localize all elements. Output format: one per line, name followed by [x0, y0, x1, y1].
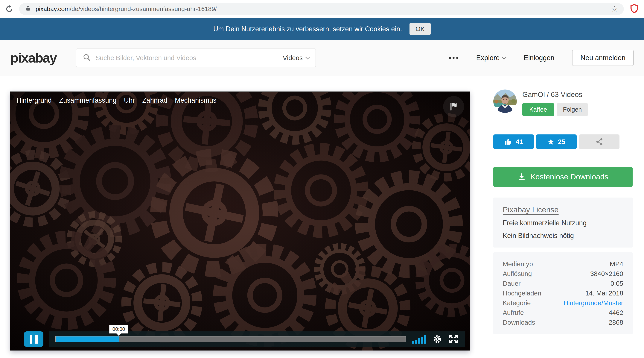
- like-button[interactable]: 41: [493, 134, 534, 149]
- fullscreen-icon[interactable]: [448, 334, 458, 344]
- flag-icon: [448, 101, 459, 112]
- chevron-down-icon: [306, 55, 310, 59]
- detail-label: Dauer: [503, 279, 520, 288]
- video-frame-gears: [10, 91, 470, 350]
- report-flag-button[interactable]: [443, 96, 464, 117]
- actions-row: 41 ★ 25: [493, 134, 632, 149]
- detail-row: Auflösung 3840×2160: [503, 269, 623, 279]
- follow-button[interactable]: Folgen: [557, 103, 588, 116]
- cookie-message: Um Dein Nutzererlebnis zu verbessern, se…: [213, 25, 402, 33]
- progress-fill: [56, 336, 119, 342]
- media-type-label: Videos: [283, 54, 303, 62]
- tag-link[interactable]: Mechanismus: [175, 96, 216, 104]
- license-link[interactable]: Pixabay License: [503, 205, 559, 214]
- settings-gear-icon[interactable]: [432, 334, 442, 344]
- lock-icon: [25, 5, 32, 13]
- site-header: pixabay Videos Explore Einloggen Neu anm…: [0, 40, 644, 76]
- url-domain: pixabay.com: [36, 6, 70, 12]
- detail-label: Downloads: [503, 317, 535, 327]
- search-icon: [83, 53, 91, 62]
- details-card: Medientyp MP4 Auflösung 3840×2160 Dauer …: [493, 252, 632, 334]
- search-box: Videos: [76, 48, 316, 67]
- browser-bar: pixabay.com/de/videos/hintergrund-zusamm…: [0, 0, 644, 18]
- detail-row: Kategorie Hintergründe/Muster: [503, 298, 623, 308]
- cookies-link[interactable]: Cookies: [365, 25, 389, 33]
- video-player[interactable]: Hintergrund Zusammenfassung Uhr Zahnrad …: [10, 91, 470, 350]
- detail-label: Hochgeladen: [503, 288, 541, 298]
- tag-link[interactable]: Zusammenfassung: [59, 96, 116, 104]
- header-nav: Explore Einloggen Neu anmelden: [449, 50, 634, 66]
- detail-label: Kategorie: [503, 298, 531, 308]
- detail-row: Aufrufe 4462: [503, 308, 623, 317]
- detail-value: 3840×2160: [590, 269, 623, 279]
- download-button[interactable]: Kostenlose Downloads: [493, 167, 632, 187]
- pause-button[interactable]: [24, 331, 44, 347]
- detail-value: 14. Mai 2018: [586, 288, 623, 298]
- reload-icon[interactable]: [5, 5, 14, 13]
- video-top-edge: [10, 91, 470, 92]
- cookie-ok-button[interactable]: OK: [410, 23, 431, 35]
- progress-bar[interactable]: 00:00: [56, 336, 406, 342]
- detail-row: Hochgeladen 14. Mai 2018: [503, 288, 623, 298]
- sidebar-divider: [493, 126, 632, 126]
- share-button[interactable]: [579, 134, 620, 149]
- detail-label: Medientyp: [503, 259, 533, 269]
- sidebar: GamOl / 63 Videos Kaffee Folgen 41 ★ 25: [493, 90, 632, 334]
- profile-buttons: Kaffee Folgen: [522, 103, 588, 116]
- detail-value: 2868: [609, 317, 623, 327]
- detail-row: Medientyp MP4: [503, 259, 623, 269]
- video-tags: Hintergrund Zusammenfassung Uhr Zahnrad …: [16, 96, 216, 104]
- page: pixabay.com/de/videos/hintergrund-zusamm…: [0, 0, 644, 358]
- url-text: pixabay.com/de/videos/hintergrund-zusamm…: [36, 6, 217, 13]
- license-line: Freie kommerzielle Nutzung: [503, 219, 623, 227]
- star-icon: ★: [548, 138, 554, 146]
- detail-label: Aufrufe: [503, 308, 524, 317]
- chevron-down-icon: [502, 55, 506, 59]
- license-line: Kein Bildnachweis nötig: [503, 232, 623, 240]
- detail-row: Downloads 2868: [503, 317, 623, 327]
- tag-link[interactable]: Hintergrund: [16, 96, 52, 104]
- pixabay-logo[interactable]: pixabay: [10, 50, 56, 66]
- like-count: 41: [516, 138, 523, 146]
- uploader-profile: GamOl / 63 Videos Kaffee Folgen: [493, 90, 632, 116]
- share-icon: [595, 138, 604, 146]
- adblock-shield-icon[interactable]: [630, 4, 639, 14]
- category-link[interactable]: Hintergründe/Muster: [564, 298, 623, 308]
- url-bar[interactable]: pixabay.com/de/videos/hintergrund-zusamm…: [19, 3, 624, 15]
- coffee-button[interactable]: Kaffee: [522, 103, 554, 116]
- avatar[interactable]: [493, 90, 517, 113]
- control-strip: 00:00: [49, 331, 465, 347]
- search-input[interactable]: [96, 54, 283, 62]
- time-tooltip: 00:00: [110, 325, 128, 333]
- detail-value: 4462: [609, 308, 623, 317]
- explore-menu[interactable]: Explore: [476, 54, 506, 62]
- favorite-button[interactable]: ★ 25: [536, 134, 576, 149]
- detail-label: Auflösung: [503, 269, 532, 279]
- uploader-name[interactable]: GamOl / 63 Videos: [522, 91, 588, 99]
- signup-button[interactable]: Neu anmelden: [572, 50, 634, 66]
- favorite-count: 25: [558, 138, 565, 146]
- url-path: /de/videos/hintergrund-zusammenfassung-u…: [70, 6, 217, 12]
- video-controls: 00:00: [24, 331, 465, 347]
- media-type-dropdown[interactable]: Videos: [283, 54, 309, 62]
- uploader-info: GamOl / 63 Videos Kaffee Folgen: [522, 90, 588, 116]
- detail-row: Dauer 0:05: [503, 279, 623, 288]
- cookie-text-after: ein.: [389, 25, 402, 33]
- download-label: Kostenlose Downloads: [530, 172, 608, 181]
- detail-value: MP4: [610, 259, 623, 269]
- more-options-icon[interactable]: [449, 57, 458, 59]
- tag-link[interactable]: Zahnrad: [142, 96, 167, 104]
- volume-icon[interactable]: [412, 335, 426, 343]
- thumbs-up-icon: [504, 138, 512, 146]
- cookie-text-before: Um Dein Nutzererlebnis zu verbessern, se…: [213, 25, 365, 33]
- cookie-banner: Um Dein Nutzererlebnis zu verbessern, se…: [0, 18, 644, 40]
- bookmark-star-icon[interactable]: ☆: [611, 5, 618, 13]
- download-icon: [518, 173, 526, 181]
- login-link[interactable]: Einloggen: [524, 54, 554, 62]
- detail-value: 0:05: [610, 279, 623, 288]
- license-card: Pixabay License Freie kommerzielle Nutzu…: [493, 198, 632, 247]
- tag-link[interactable]: Uhr: [124, 96, 135, 104]
- explore-label: Explore: [476, 54, 500, 62]
